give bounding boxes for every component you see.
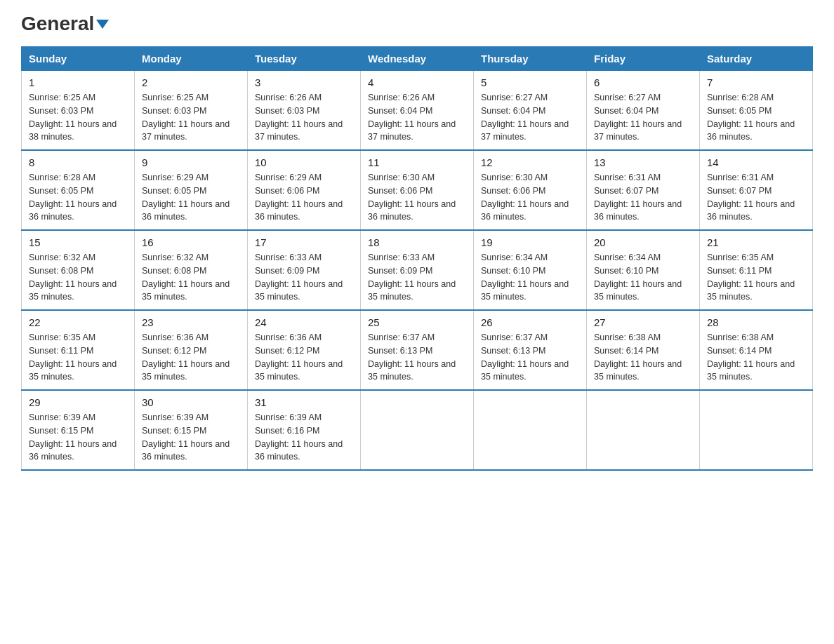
calendar-cell: 29 Sunrise: 6:39 AMSunset: 6:15 PMDaylig…: [22, 390, 135, 470]
day-info: Sunrise: 6:25 AMSunset: 6:03 PMDaylight:…: [29, 91, 127, 144]
calendar-cell: 23 Sunrise: 6:36 AMSunset: 6:12 PMDaylig…: [135, 310, 248, 390]
header-tuesday: Tuesday: [248, 47, 361, 71]
day-info: Sunrise: 6:39 AMSunset: 6:15 PMDaylight:…: [29, 411, 127, 464]
calendar-cell: 9 Sunrise: 6:29 AMSunset: 6:05 PMDayligh…: [135, 150, 248, 230]
day-number: 13: [594, 156, 692, 168]
calendar-cell: [587, 390, 700, 470]
header-thursday: Thursday: [474, 47, 587, 71]
day-number: 30: [142, 396, 240, 408]
calendar-cell: 4 Sunrise: 6:26 AMSunset: 6:04 PMDayligh…: [361, 71, 474, 151]
day-info: Sunrise: 6:33 AMSunset: 6:09 PMDaylight:…: [368, 251, 466, 304]
day-number: 19: [481, 236, 579, 248]
calendar-cell: 16 Sunrise: 6:32 AMSunset: 6:08 PMDaylig…: [135, 230, 248, 310]
day-number: 10: [255, 156, 353, 168]
day-info: Sunrise: 6:32 AMSunset: 6:08 PMDaylight:…: [29, 251, 127, 304]
day-number: 6: [594, 76, 692, 88]
calendar-cell: 24 Sunrise: 6:36 AMSunset: 6:12 PMDaylig…: [248, 310, 361, 390]
day-info: Sunrise: 6:25 AMSunset: 6:03 PMDaylight:…: [142, 91, 240, 144]
calendar-week-row: 8 Sunrise: 6:28 AMSunset: 6:05 PMDayligh…: [22, 150, 813, 230]
calendar-cell: 14 Sunrise: 6:31 AMSunset: 6:07 PMDaylig…: [700, 150, 813, 230]
day-info: Sunrise: 6:36 AMSunset: 6:12 PMDaylight:…: [142, 331, 240, 384]
calendar-header-row: SundayMondayTuesdayWednesdayThursdayFrid…: [22, 47, 813, 71]
day-number: 16: [142, 236, 240, 248]
day-info: Sunrise: 6:32 AMSunset: 6:08 PMDaylight:…: [142, 251, 240, 304]
calendar-cell: 13 Sunrise: 6:31 AMSunset: 6:07 PMDaylig…: [587, 150, 700, 230]
calendar-cell: [700, 390, 813, 470]
day-number: 11: [368, 156, 466, 168]
calendar-cell: 21 Sunrise: 6:35 AMSunset: 6:11 PMDaylig…: [700, 230, 813, 310]
day-number: 20: [594, 236, 692, 248]
calendar-cell: 11 Sunrise: 6:30 AMSunset: 6:06 PMDaylig…: [361, 150, 474, 230]
day-number: 31: [255, 396, 353, 408]
day-info: Sunrise: 6:27 AMSunset: 6:04 PMDaylight:…: [594, 91, 692, 144]
calendar-cell: 15 Sunrise: 6:32 AMSunset: 6:08 PMDaylig…: [22, 230, 135, 310]
logo: General: [21, 14, 109, 32]
calendar-cell: 12 Sunrise: 6:30 AMSunset: 6:06 PMDaylig…: [474, 150, 587, 230]
header-saturday: Saturday: [700, 47, 813, 71]
calendar-cell: 7 Sunrise: 6:28 AMSunset: 6:05 PMDayligh…: [700, 71, 813, 151]
header-monday: Monday: [135, 47, 248, 71]
day-number: 25: [368, 316, 466, 328]
day-number: 23: [142, 316, 240, 328]
calendar-week-row: 22 Sunrise: 6:35 AMSunset: 6:11 PMDaylig…: [22, 310, 813, 390]
day-info: Sunrise: 6:28 AMSunset: 6:05 PMDaylight:…: [29, 171, 127, 224]
day-info: Sunrise: 6:27 AMSunset: 6:04 PMDaylight:…: [481, 91, 579, 144]
day-number: 15: [29, 236, 127, 248]
calendar-cell: 6 Sunrise: 6:27 AMSunset: 6:04 PMDayligh…: [587, 71, 700, 151]
day-info: Sunrise: 6:34 AMSunset: 6:10 PMDaylight:…: [594, 251, 692, 304]
day-number: 4: [368, 76, 466, 88]
day-number: 7: [707, 76, 805, 88]
calendar-cell: 5 Sunrise: 6:27 AMSunset: 6:04 PMDayligh…: [474, 71, 587, 151]
logo-general: General: [21, 14, 109, 34]
day-info: Sunrise: 6:30 AMSunset: 6:06 PMDaylight:…: [368, 171, 466, 224]
calendar-week-row: 1 Sunrise: 6:25 AMSunset: 6:03 PMDayligh…: [22, 71, 813, 151]
day-number: 18: [368, 236, 466, 248]
day-info: Sunrise: 6:39 AMSunset: 6:15 PMDaylight:…: [142, 411, 240, 464]
day-info: Sunrise: 6:37 AMSunset: 6:13 PMDaylight:…: [481, 331, 579, 384]
day-info: Sunrise: 6:34 AMSunset: 6:10 PMDaylight:…: [481, 251, 579, 304]
day-info: Sunrise: 6:36 AMSunset: 6:12 PMDaylight:…: [255, 331, 353, 384]
calendar-cell: 19 Sunrise: 6:34 AMSunset: 6:10 PMDaylig…: [474, 230, 587, 310]
day-info: Sunrise: 6:38 AMSunset: 6:14 PMDaylight:…: [707, 331, 805, 384]
calendar-cell: 25 Sunrise: 6:37 AMSunset: 6:13 PMDaylig…: [361, 310, 474, 390]
calendar-cell: 10 Sunrise: 6:29 AMSunset: 6:06 PMDaylig…: [248, 150, 361, 230]
calendar-cell: 27 Sunrise: 6:38 AMSunset: 6:14 PMDaylig…: [587, 310, 700, 390]
calendar-cell: 18 Sunrise: 6:33 AMSunset: 6:09 PMDaylig…: [361, 230, 474, 310]
day-info: Sunrise: 6:28 AMSunset: 6:05 PMDaylight:…: [707, 91, 805, 144]
day-info: Sunrise: 6:35 AMSunset: 6:11 PMDaylight:…: [29, 331, 127, 384]
day-number: 12: [481, 156, 579, 168]
calendar-cell: 26 Sunrise: 6:37 AMSunset: 6:13 PMDaylig…: [474, 310, 587, 390]
day-number: 24: [255, 316, 353, 328]
day-number: 5: [481, 76, 579, 88]
day-info: Sunrise: 6:31 AMSunset: 6:07 PMDaylight:…: [594, 171, 692, 224]
calendar-cell: 2 Sunrise: 6:25 AMSunset: 6:03 PMDayligh…: [135, 71, 248, 151]
day-number: 2: [142, 76, 240, 88]
calendar-cell: 1 Sunrise: 6:25 AMSunset: 6:03 PMDayligh…: [22, 71, 135, 151]
day-number: 27: [594, 316, 692, 328]
day-number: 3: [255, 76, 353, 88]
day-info: Sunrise: 6:26 AMSunset: 6:03 PMDaylight:…: [255, 91, 353, 144]
page-header: General: [21, 14, 813, 32]
calendar-cell: 20 Sunrise: 6:34 AMSunset: 6:10 PMDaylig…: [587, 230, 700, 310]
day-info: Sunrise: 6:35 AMSunset: 6:11 PMDaylight:…: [707, 251, 805, 304]
day-info: Sunrise: 6:37 AMSunset: 6:13 PMDaylight:…: [368, 331, 466, 384]
calendar-cell: 8 Sunrise: 6:28 AMSunset: 6:05 PMDayligh…: [22, 150, 135, 230]
day-number: 26: [481, 316, 579, 328]
day-info: Sunrise: 6:31 AMSunset: 6:07 PMDaylight:…: [707, 171, 805, 224]
day-info: Sunrise: 6:26 AMSunset: 6:04 PMDaylight:…: [368, 91, 466, 144]
day-info: Sunrise: 6:33 AMSunset: 6:09 PMDaylight:…: [255, 251, 353, 304]
day-number: 14: [707, 156, 805, 168]
header-friday: Friday: [587, 47, 700, 71]
day-number: 8: [29, 156, 127, 168]
calendar-cell: [474, 390, 587, 470]
calendar-cell: 30 Sunrise: 6:39 AMSunset: 6:15 PMDaylig…: [135, 390, 248, 470]
day-info: Sunrise: 6:29 AMSunset: 6:06 PMDaylight:…: [255, 171, 353, 224]
day-number: 1: [29, 76, 127, 88]
day-number: 21: [707, 236, 805, 248]
day-info: Sunrise: 6:30 AMSunset: 6:06 PMDaylight:…: [481, 171, 579, 224]
day-number: 9: [142, 156, 240, 168]
day-info: Sunrise: 6:38 AMSunset: 6:14 PMDaylight:…: [594, 331, 692, 384]
day-info: Sunrise: 6:29 AMSunset: 6:05 PMDaylight:…: [142, 171, 240, 224]
day-number: 29: [29, 396, 127, 408]
day-number: 28: [707, 316, 805, 328]
